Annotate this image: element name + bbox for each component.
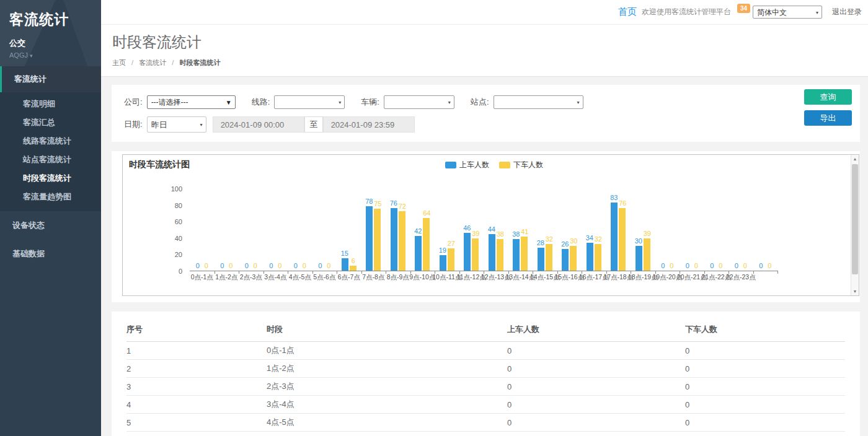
line-select[interactable] (274, 95, 345, 109)
chart-bar (611, 203, 618, 271)
table-cell: 0 (685, 414, 845, 432)
page-title: 时段客流统计 (112, 32, 868, 52)
caret-down-icon: ▾ (30, 53, 33, 59)
breadcrumb-home[interactable]: 主页 (112, 59, 126, 66)
chart-value-label: 19 (439, 246, 446, 254)
table-cell: 1点-2点 (267, 360, 507, 378)
col-header-index: 序号 (126, 316, 267, 342)
user-name: AQGJ (9, 51, 28, 59)
chart-value-label: 0 (768, 262, 771, 269)
table-cell: 0 (507, 414, 685, 432)
chart-value-label: 44 (488, 225, 495, 233)
x-axis-label: 22点-23点 (726, 273, 756, 282)
filter-row-1: 公司: ---请选择--- ▼ 线路: ▾ 车辆: ▾ 站点: (124, 94, 848, 111)
chart-category: 0021点-22点 (704, 189, 729, 271)
chart-value-label: 6 (352, 257, 355, 264)
legend-item-boarding[interactable]: 上车人数 (445, 160, 489, 170)
chart-value-label: 38 (497, 230, 504, 238)
company-label: 公司: (124, 97, 143, 108)
chart-category: 005点-6点 (312, 189, 337, 271)
chart-value-label: 0 (694, 262, 698, 269)
sidebar-subitem[interactable]: 客流明细 (0, 95, 101, 113)
legend-item-alighting[interactable]: 下车人数 (499, 160, 543, 170)
table-cell: 0 (507, 360, 685, 378)
x-axis-label: 7点-8点 (362, 273, 384, 282)
sidebar-subitem[interactable]: 客流汇总 (0, 113, 101, 132)
table-cell: 3点-4点 (267, 396, 507, 414)
content: 公司: ---请选择--- ▼ 线路: ▾ 车辆: ▾ 站点: (101, 77, 868, 436)
scrollbar-thumb[interactable] (852, 164, 858, 274)
chart-bar (636, 246, 642, 271)
chart-value-label: 0 (759, 262, 763, 269)
scroll-up-icon[interactable]: ▲ (851, 157, 859, 161)
user-menu[interactable]: AQGJ▾ (9, 51, 92, 59)
table-panel: 序号 时段 上车人数 下车人数 10点-1点0021点-2点0032点-3点00… (112, 312, 860, 436)
scroll-down-icon[interactable]: ▼ (851, 289, 859, 294)
chart-value-label: 0 (318, 262, 322, 269)
notification-badge[interactable]: 34 (737, 4, 750, 13)
date-preset-select[interactable]: 昨日 (147, 116, 206, 133)
breadcrumb-separator: / (172, 59, 174, 66)
chart-category: 001点-2点 (215, 189, 239, 271)
query-button[interactable]: 查询 (804, 89, 852, 105)
logout-link[interactable]: 退出登录 (832, 7, 862, 17)
chart-category: 003点-4点 (264, 189, 288, 271)
breadcrumb-section[interactable]: 客流统计 (139, 59, 166, 66)
language-select[interactable]: 简体中文 (753, 6, 822, 19)
topbar: 首页 欢迎使用客流统计管理平台 34 简体中文 ▾ 退出登录 (101, 0, 868, 25)
station-select[interactable] (494, 95, 583, 109)
chart-category: 78757点-8点 (361, 189, 386, 271)
table-cell: 2点-3点 (267, 378, 507, 396)
chart-category: 1566点-7点 (337, 189, 361, 271)
chart-category: 004点-5点 (288, 189, 312, 271)
export-button[interactable]: 导出 (804, 110, 852, 126)
table-cell: 2 (126, 360, 267, 378)
sidebar-subitem[interactable]: 线路客流统计 (0, 132, 101, 150)
chart-bar (619, 208, 626, 271)
company-select[interactable]: ---请选择--- (147, 95, 236, 109)
chart-bar (595, 244, 601, 271)
table-cell: 5 (126, 414, 267, 432)
chart-bar (350, 266, 356, 271)
sidebar-subitem[interactable]: 客流量趋势图 (0, 188, 101, 206)
vehicle-select[interactable] (384, 95, 454, 109)
y-axis-tick-label: 20 (156, 251, 182, 258)
sidebar-subitem[interactable]: 时段客流统计 (0, 169, 101, 188)
legend-swatch-yellow (499, 162, 510, 168)
chart-value-label: 0 (278, 262, 281, 269)
sidebar-item-device-status[interactable]: 设备状态 (0, 211, 101, 240)
table-row: 32点-3点00 (126, 378, 845, 396)
chart-scrollbar[interactable]: ▲ ▼ (851, 155, 859, 295)
chart-value-label: 0 (254, 262, 257, 269)
home-link[interactable]: 首页 (618, 6, 637, 18)
start-datetime-input[interactable] (213, 116, 304, 133)
table-cell: 0 (685, 396, 845, 414)
table-cell: 0点-1点 (267, 342, 507, 360)
x-axis-label: 0点-1点 (191, 273, 213, 282)
chart-value-label: 0 (661, 262, 665, 269)
chart-value-label: 78 (365, 198, 373, 205)
chart-value-label: 41 (521, 228, 528, 235)
end-datetime-input[interactable] (323, 116, 415, 133)
table-cell: 0 (507, 396, 685, 414)
table-body: 10点-1点0021点-2点0032点-3点0043点-4点0054点-5点00… (126, 342, 845, 436)
chart-bar (464, 233, 471, 271)
chart-value-label: 39 (472, 230, 479, 237)
table-cell: 3 (126, 378, 267, 396)
chart-value-label: 38 (512, 230, 520, 238)
table-cell: 0 (507, 432, 685, 436)
table-cell: 0 (685, 378, 845, 396)
chart-value-label: 64 (423, 209, 430, 217)
chart-legend: 上车人数 下车人数 (445, 160, 543, 170)
sidebar-header: 客流统计 公交 AQGJ▾ (0, 0, 101, 66)
chart-bar (415, 236, 422, 271)
chart-bar (644, 238, 650, 271)
sidebar: 客流统计 公交 AQGJ▾ 客流统计 客流明细客流汇总线路客流统计站点客流统计时… (0, 0, 101, 436)
x-axis-label: 4点-5点 (289, 273, 311, 282)
chart-category: 0020点-21点 (680, 189, 704, 271)
chart-category: 192710点-11点 (435, 189, 459, 271)
sidebar-item-passenger-stats[interactable]: 客流统计 (0, 66, 101, 92)
sidebar-subitem[interactable]: 站点客流统计 (0, 150, 101, 169)
stats-table: 序号 时段 上车人数 下车人数 10点-1点0021点-2点0032点-3点00… (126, 316, 845, 436)
sidebar-item-base-data[interactable]: 基础数据 (0, 240, 101, 268)
